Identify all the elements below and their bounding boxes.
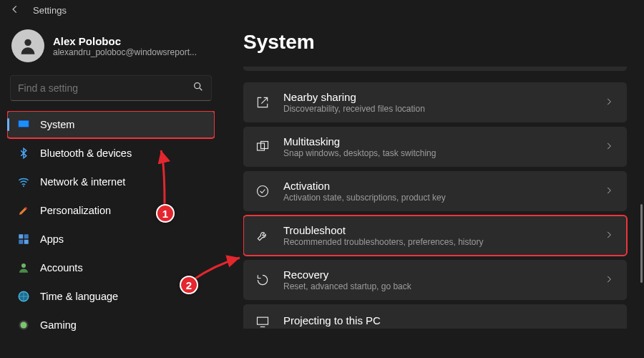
svg-point-5 <box>23 185 24 187</box>
card-title: Multitasking <box>283 135 591 147</box>
avatar <box>11 29 44 62</box>
card-projecting[interactable]: Projecting to this PC <box>243 304 627 329</box>
system-icon <box>17 118 30 131</box>
svg-rect-17 <box>258 317 268 324</box>
accounts-icon <box>17 261 30 274</box>
chevron-right-icon <box>604 141 615 153</box>
card-title: Recovery <box>283 268 591 281</box>
card-recovery[interactable]: Recovery Reset, advanced startup, go bac… <box>243 260 627 300</box>
window-title: Settings <box>33 5 67 16</box>
card-subtitle: Discoverability, received files location <box>283 104 591 114</box>
share-icon <box>255 95 270 110</box>
sidebar-item-apps[interactable]: Apps <box>7 226 215 253</box>
svg-point-0 <box>24 39 31 46</box>
page-title: System <box>243 31 634 54</box>
search-input[interactable] <box>18 82 192 94</box>
main-panel: System Nearby sharing Discoverability, r… <box>222 18 644 358</box>
card-subtitle: Snap windows, desktops, task switching <box>283 148 591 158</box>
card-subtitle: Reset, advanced startup, go back <box>283 281 591 291</box>
card-activation[interactable]: Activation Activation state, subscriptio… <box>243 171 627 211</box>
recovery-icon <box>255 273 270 287</box>
projecting-icon <box>255 314 270 329</box>
paintbrush-icon <box>17 204 30 217</box>
search-icon <box>192 81 204 95</box>
sidebar-item-label: Apps <box>40 233 64 245</box>
svg-rect-9 <box>24 240 29 244</box>
profile-name: Alex Poloboc <box>53 35 197 47</box>
bluetooth-icon <box>17 147 30 160</box>
multitasking-icon <box>255 140 270 154</box>
clock-globe-icon <box>17 290 30 303</box>
partial-card-top <box>243 67 627 71</box>
card-title: Troubleshoot <box>283 224 591 236</box>
sidebar-item-label: Gaming <box>40 319 77 331</box>
chevron-right-icon <box>604 274 615 286</box>
scrollbar[interactable] <box>640 204 643 283</box>
card-troubleshoot[interactable]: Troubleshoot Recommended troubleshooters… <box>243 216 627 256</box>
sidebar-item-label: Network & internet <box>40 176 125 188</box>
sidebar-item-accounts[interactable]: Accounts <box>7 254 215 281</box>
svg-rect-6 <box>19 234 23 238</box>
svg-point-10 <box>21 263 26 268</box>
sidebar-item-network[interactable]: Network & internet <box>7 168 215 195</box>
svg-point-16 <box>258 186 268 197</box>
gaming-icon <box>17 319 30 332</box>
profile-block[interactable]: Alex Poloboc alexandru_poloboc@windowsre… <box>7 25 215 72</box>
chevron-right-icon <box>604 230 615 241</box>
wrench-icon <box>255 228 270 243</box>
check-circle-icon <box>255 184 270 198</box>
sidebar-item-bluetooth[interactable]: Bluetooth & devices <box>7 140 215 167</box>
svg-line-2 <box>200 88 202 90</box>
svg-rect-8 <box>19 240 23 244</box>
settings-list: Nearby sharing Discoverability, received… <box>243 67 634 329</box>
sidebar-item-label: Time & language <box>40 291 118 302</box>
sidebar-item-label: Accounts <box>40 262 83 274</box>
card-title: Nearby sharing <box>283 91 591 103</box>
search-box[interactable] <box>10 75 212 101</box>
sidebar-item-label: System <box>40 119 74 130</box>
card-subtitle: Recommended troubleshooters, preferences… <box>283 237 591 247</box>
svg-point-13 <box>21 322 27 329</box>
sidebar-item-personalization[interactable]: Personalization <box>7 197 215 224</box>
titlebar: Settings <box>0 0 644 18</box>
svg-point-1 <box>195 83 200 89</box>
sidebar-item-time-language[interactable]: Time & language <box>7 283 215 310</box>
sidebar: Alex Poloboc alexandru_poloboc@windowsre… <box>0 18 222 358</box>
nav-list: System Bluetooth & devices Network & int… <box>7 111 215 339</box>
svg-rect-4 <box>19 121 29 127</box>
sidebar-item-gaming[interactable]: Gaming <box>7 311 215 339</box>
sidebar-item-label: Bluetooth & devices <box>40 147 132 159</box>
chevron-right-icon <box>604 185 615 197</box>
svg-rect-7 <box>24 234 29 238</box>
sidebar-item-label: Personalization <box>40 205 111 216</box>
back-button[interactable] <box>10 4 20 16</box>
profile-email: alexandru_poloboc@windowsreport... <box>53 47 197 57</box>
card-subtitle: Activation state, subscriptions, product… <box>283 193 591 203</box>
card-nearby-sharing[interactable]: Nearby sharing Discoverability, received… <box>243 82 627 122</box>
card-multitasking[interactable]: Multitasking Snap windows, desktops, tas… <box>243 127 627 167</box>
wifi-icon <box>17 175 30 188</box>
chevron-right-icon <box>604 97 615 108</box>
card-title: Projecting to this PC <box>283 314 615 326</box>
apps-icon <box>17 233 30 246</box>
card-title: Activation <box>283 180 591 192</box>
sidebar-item-system[interactable]: System <box>7 111 215 138</box>
